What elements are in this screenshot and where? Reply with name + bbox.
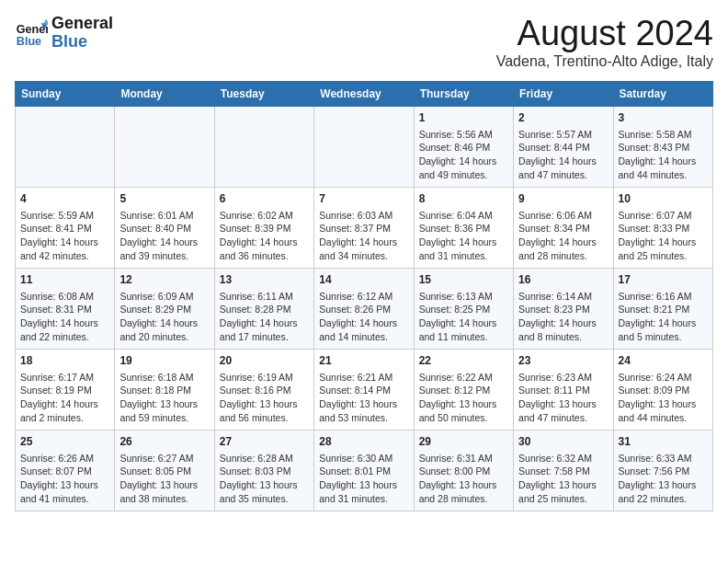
calendar-cell: 23Sunrise: 6:23 AM Sunset: 8:11 PM Dayli…: [514, 349, 613, 430]
logo-icon: General Blue: [15, 17, 48, 50]
day-info: Sunrise: 6:14 AM Sunset: 8:23 PM Dayligh…: [518, 290, 608, 344]
day-number: 30: [518, 434, 608, 450]
day-info: Sunrise: 6:19 AM Sunset: 8:16 PM Dayligh…: [220, 371, 309, 425]
header: General Blue General Blue August 2024 Va…: [15, 15, 713, 70]
calendar-cell: 20Sunrise: 6:19 AM Sunset: 8:16 PM Dayli…: [214, 349, 313, 430]
day-number: 27: [220, 434, 309, 450]
day-number: 1: [419, 110, 508, 126]
weekday-header-cell: Wednesday: [314, 81, 414, 106]
calendar-cell: 17Sunrise: 6:16 AM Sunset: 8:21 PM Dayli…: [613, 268, 712, 349]
calendar-cell: 25Sunrise: 6:26 AM Sunset: 8:07 PM Dayli…: [16, 430, 115, 511]
day-number: 4: [20, 191, 109, 207]
logo: General Blue General Blue: [15, 15, 113, 52]
day-number: 2: [518, 110, 608, 126]
calendar-cell: 13Sunrise: 6:11 AM Sunset: 8:28 PM Dayli…: [214, 268, 313, 349]
calendar-cell: 10Sunrise: 6:07 AM Sunset: 8:33 PM Dayli…: [613, 187, 712, 268]
day-number: 31: [619, 434, 708, 450]
day-number: 23: [518, 353, 608, 369]
day-info: Sunrise: 5:59 AM Sunset: 8:41 PM Dayligh…: [20, 209, 109, 263]
calendar-week-row: 25Sunrise: 6:26 AM Sunset: 8:07 PM Dayli…: [16, 430, 713, 511]
day-number: 28: [319, 434, 408, 450]
calendar-cell: 16Sunrise: 6:14 AM Sunset: 8:23 PM Dayli…: [514, 268, 613, 349]
day-info: Sunrise: 5:56 AM Sunset: 8:46 PM Dayligh…: [419, 128, 508, 182]
month-year: August 2024: [496, 15, 713, 53]
calendar-cell: 14Sunrise: 6:12 AM Sunset: 8:26 PM Dayli…: [314, 268, 414, 349]
calendar-cell: 4Sunrise: 5:59 AM Sunset: 8:41 PM Daylig…: [16, 187, 115, 268]
calendar-week-row: 4Sunrise: 5:59 AM Sunset: 8:41 PM Daylig…: [16, 187, 713, 268]
day-number: 6: [220, 191, 309, 207]
day-info: Sunrise: 6:21 AM Sunset: 8:14 PM Dayligh…: [319, 371, 408, 425]
day-number: 18: [20, 353, 109, 369]
day-number: 25: [20, 434, 109, 450]
title-area: August 2024 Vadena, Trentino-Alto Adige,…: [496, 15, 713, 70]
calendar-cell: 3Sunrise: 5:58 AM Sunset: 8:43 PM Daylig…: [613, 106, 712, 187]
day-info: Sunrise: 6:11 AM Sunset: 8:28 PM Dayligh…: [220, 290, 309, 344]
day-info: Sunrise: 6:33 AM Sunset: 7:56 PM Dayligh…: [619, 452, 708, 506]
day-info: Sunrise: 5:57 AM Sunset: 8:44 PM Dayligh…: [518, 128, 608, 182]
day-number: 8: [419, 191, 508, 207]
weekday-header: SundayMondayTuesdayWednesdayThursdayFrid…: [16, 81, 713, 106]
calendar-table: SundayMondayTuesdayWednesdayThursdayFrid…: [15, 81, 713, 511]
day-info: Sunrise: 6:26 AM Sunset: 8:07 PM Dayligh…: [20, 452, 109, 506]
weekday-header-cell: Thursday: [414, 81, 513, 106]
calendar-week-row: 18Sunrise: 6:17 AM Sunset: 8:19 PM Dayli…: [16, 349, 713, 430]
calendar-cell: 6Sunrise: 6:02 AM Sunset: 8:39 PM Daylig…: [214, 187, 313, 268]
calendar-cell: 29Sunrise: 6:31 AM Sunset: 8:00 PM Dayli…: [414, 430, 513, 511]
calendar-cell: 26Sunrise: 6:27 AM Sunset: 8:05 PM Dayli…: [115, 430, 214, 511]
day-number: 10: [619, 191, 708, 207]
weekday-header-cell: Monday: [115, 81, 214, 106]
location: Vadena, Trentino-Alto Adige, Italy: [496, 53, 713, 70]
calendar-cell: 18Sunrise: 6:17 AM Sunset: 8:19 PM Dayli…: [16, 349, 115, 430]
day-number: 12: [119, 272, 209, 288]
calendar-cell: 27Sunrise: 6:28 AM Sunset: 8:03 PM Dayli…: [214, 430, 313, 511]
calendar-cell: 30Sunrise: 6:32 AM Sunset: 7:58 PM Dayli…: [514, 430, 613, 511]
calendar-cell: 5Sunrise: 6:01 AM Sunset: 8:40 PM Daylig…: [115, 187, 214, 268]
day-number: 5: [119, 191, 209, 207]
calendar-cell: 24Sunrise: 6:24 AM Sunset: 8:09 PM Dayli…: [613, 349, 712, 430]
day-info: Sunrise: 6:13 AM Sunset: 8:25 PM Dayligh…: [419, 290, 508, 344]
day-number: 11: [20, 272, 109, 288]
logo-general: General: [51, 15, 113, 33]
calendar-cell: [314, 106, 414, 187]
day-number: 26: [119, 434, 209, 450]
day-info: Sunrise: 6:17 AM Sunset: 8:19 PM Dayligh…: [20, 371, 109, 425]
day-number: 7: [319, 191, 408, 207]
calendar-cell: 12Sunrise: 6:09 AM Sunset: 8:29 PM Dayli…: [115, 268, 214, 349]
calendar-cell: [115, 106, 214, 187]
weekday-header-cell: Friday: [514, 81, 613, 106]
day-number: 17: [619, 272, 708, 288]
day-info: Sunrise: 6:31 AM Sunset: 8:00 PM Dayligh…: [419, 452, 508, 506]
day-info: Sunrise: 6:18 AM Sunset: 8:18 PM Dayligh…: [119, 371, 209, 425]
day-info: Sunrise: 6:28 AM Sunset: 8:03 PM Dayligh…: [220, 452, 309, 506]
calendar-cell: 19Sunrise: 6:18 AM Sunset: 8:18 PM Dayli…: [115, 349, 214, 430]
svg-marker-3: [43, 18, 48, 24]
calendar-cell: 15Sunrise: 6:13 AM Sunset: 8:25 PM Dayli…: [414, 268, 513, 349]
day-number: 9: [518, 191, 608, 207]
day-info: Sunrise: 6:03 AM Sunset: 8:37 PM Dayligh…: [319, 209, 408, 263]
day-info: Sunrise: 5:58 AM Sunset: 8:43 PM Dayligh…: [619, 128, 708, 182]
calendar-cell: 9Sunrise: 6:06 AM Sunset: 8:34 PM Daylig…: [514, 187, 613, 268]
day-info: Sunrise: 6:24 AM Sunset: 8:09 PM Dayligh…: [619, 371, 708, 425]
day-number: 15: [419, 272, 508, 288]
weekday-header-cell: Saturday: [613, 81, 712, 106]
day-info: Sunrise: 6:23 AM Sunset: 8:11 PM Dayligh…: [518, 371, 608, 425]
calendar-cell: 8Sunrise: 6:04 AM Sunset: 8:36 PM Daylig…: [414, 187, 513, 268]
calendar-cell: 28Sunrise: 6:30 AM Sunset: 8:01 PM Dayli…: [314, 430, 414, 511]
calendar-cell: [214, 106, 313, 187]
day-number: 20: [220, 353, 309, 369]
weekday-header-cell: Sunday: [16, 81, 115, 106]
calendar-cell: 11Sunrise: 6:08 AM Sunset: 8:31 PM Dayli…: [16, 268, 115, 349]
weekday-header-cell: Tuesday: [214, 81, 313, 106]
calendar-cell: 31Sunrise: 6:33 AM Sunset: 7:56 PM Dayli…: [613, 430, 712, 511]
day-number: 14: [319, 272, 408, 288]
calendar-cell: 1Sunrise: 5:56 AM Sunset: 8:46 PM Daylig…: [414, 106, 513, 187]
day-number: 16: [518, 272, 608, 288]
day-number: 24: [619, 353, 708, 369]
calendar-cell: 2Sunrise: 5:57 AM Sunset: 8:44 PM Daylig…: [514, 106, 613, 187]
day-info: Sunrise: 6:08 AM Sunset: 8:31 PM Dayligh…: [20, 290, 109, 344]
day-info: Sunrise: 6:01 AM Sunset: 8:40 PM Dayligh…: [119, 209, 209, 263]
day-info: Sunrise: 6:16 AM Sunset: 8:21 PM Dayligh…: [619, 290, 708, 344]
calendar-cell: 21Sunrise: 6:21 AM Sunset: 8:14 PM Dayli…: [314, 349, 414, 430]
calendar-cell: 22Sunrise: 6:22 AM Sunset: 8:12 PM Dayli…: [414, 349, 513, 430]
calendar-body: 1Sunrise: 5:56 AM Sunset: 8:46 PM Daylig…: [16, 106, 713, 511]
